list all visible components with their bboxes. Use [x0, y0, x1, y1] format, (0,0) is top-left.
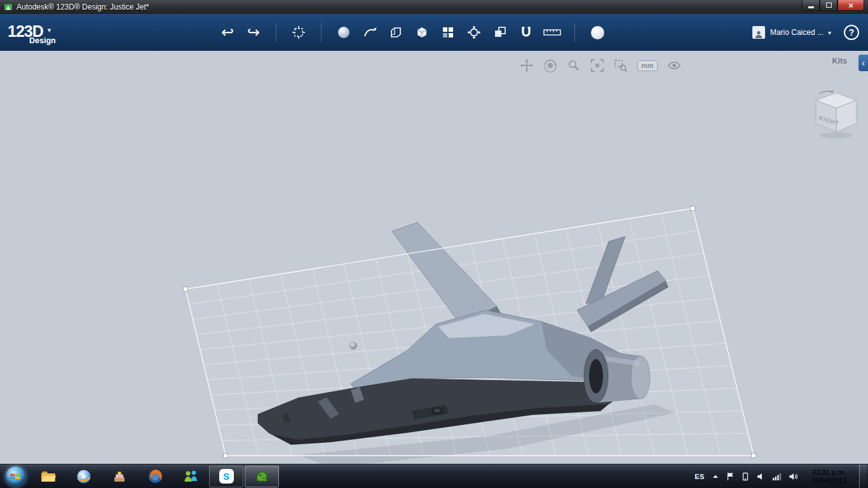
maximize-button[interactable]: [820, 0, 837, 11]
taskbar-app-messenger[interactable]: [173, 466, 208, 487]
wheel-hub: [434, 409, 441, 412]
viewport-canvas[interactable]: mm Kits ‹ RIGHT: [0, 51, 868, 464]
zoom-fit-button[interactable]: [590, 58, 604, 72]
clock-time: 03:31 p.m.: [811, 468, 846, 477]
transform-tool-button[interactable]: [287, 21, 310, 44]
primitives-tool-button[interactable]: [332, 21, 355, 44]
fit-view-icon: [590, 58, 604, 72]
material-ball-icon: [591, 26, 604, 39]
units-label: mm: [637, 60, 658, 71]
zoom-button[interactable]: [567, 58, 581, 72]
show-desktop-button[interactable]: [859, 464, 867, 488]
engine-nozzle: [589, 359, 603, 393]
selection-handle[interactable]: [184, 287, 188, 292]
snap-tool-button[interactable]: [515, 21, 538, 44]
user-menu-button[interactable]: Mario Caiced ... ▾: [770, 28, 831, 37]
help-button[interactable]: ?: [844, 25, 859, 40]
selection-handle[interactable]: [691, 207, 695, 211]
user-avatar: [752, 26, 765, 39]
measure-tool-button[interactable]: [541, 21, 564, 44]
start-button[interactable]: [0, 464, 31, 488]
kits-chevron-icon: ‹: [862, 58, 865, 68]
app-logo-subtitle: Design: [29, 36, 95, 45]
pan-button[interactable]: [520, 58, 534, 72]
firefox-icon: [147, 468, 163, 484]
units-button[interactable]: mm: [637, 60, 658, 71]
green-app-icon: [254, 469, 270, 484]
viewport-nav-toolbar: mm: [520, 58, 681, 72]
skype-icon: S: [219, 469, 234, 484]
system-tray: ES: [695, 464, 868, 488]
media-player-icon: [76, 469, 92, 484]
magnet-icon: [519, 25, 533, 39]
hidden-icons-button[interactable]: [712, 473, 719, 480]
chamfer-tool-button[interactable]: [384, 21, 407, 44]
close-button[interactable]: ×: [837, 0, 864, 11]
flag-icon: [726, 472, 735, 481]
pattern-tool-button[interactable]: [437, 21, 459, 44]
window-titlebar: Autodesk® 123D® Design: Justice Jet* ×: [0, 0, 868, 14]
chevron-up-icon: [712, 473, 719, 480]
chamfer-icon: [389, 25, 403, 39]
viewport-3d[interactable]: [0, 51, 868, 464]
volume-button[interactable]: [789, 472, 799, 481]
visibility-button[interactable]: [667, 58, 681, 72]
device-tray-button[interactable]: [742, 472, 749, 481]
windows-orb-icon: [6, 466, 25, 486]
circular-pattern-tool-button[interactable]: [463, 21, 485, 44]
rotate-arrowhead: [831, 90, 834, 93]
taskbar-clock[interactable]: 03:31 p.m. 16/04/2013: [806, 468, 852, 485]
user-name: Mario Caiced ...: [770, 28, 824, 37]
action-center-button[interactable]: [726, 472, 735, 481]
taskbar-app-skype[interactable]: S: [209, 466, 243, 487]
selection-handle[interactable]: [752, 454, 756, 458]
kits-panel-tab[interactable]: ‹: [858, 55, 868, 71]
person-icon: [754, 30, 763, 39]
orbit-icon: [543, 58, 557, 72]
audio-device-button[interactable]: [756, 472, 765, 481]
toolbar-separator: [574, 23, 575, 42]
zoom-window-icon: [614, 58, 628, 72]
taskbar-app-3[interactable]: [102, 466, 137, 487]
device-icon: [742, 472, 749, 481]
taskbar-app-active[interactable]: [245, 466, 279, 487]
minimize-icon: [808, 6, 814, 8]
window-icon: [4, 3, 13, 11]
logo-chevron-icon: ▾: [48, 26, 51, 34]
magnifier-icon: [567, 58, 581, 72]
zoom-window-button[interactable]: [614, 58, 628, 72]
user-menu-chevron-icon: ▾: [828, 29, 831, 36]
undo-button[interactable]: ↩: [216, 21, 239, 44]
windows-flag-icon: [10, 472, 21, 481]
pattern-grid-icon: [442, 26, 454, 39]
selection-handle[interactable]: [224, 454, 228, 458]
maximize-icon: [826, 3, 832, 8]
ruler-icon: [543, 27, 562, 38]
view-cube[interactable]: RIGHT: [811, 88, 862, 141]
sketch-tool-button[interactable]: [358, 21, 381, 44]
origin-gizmo[interactable]: [350, 342, 357, 349]
application-window: Autodesk® 123D® Design: Justice Jet* × 1…: [0, 0, 868, 488]
volume-icon: [789, 472, 799, 481]
taskbar-app-media-player[interactable]: [67, 466, 101, 487]
engine[interactable]: [584, 349, 650, 403]
minimize-button[interactable]: [802, 0, 820, 11]
box-tool-button[interactable]: [410, 21, 433, 44]
combine-icon: [493, 25, 507, 39]
sketch-spline-icon: [363, 25, 377, 39]
network-button[interactable]: [772, 472, 782, 481]
redo-button[interactable]: ↪: [242, 21, 265, 44]
pan-icon: [520, 58, 534, 72]
orbit-button[interactable]: [543, 58, 557, 72]
main-toolbar: ↩ ↪: [216, 21, 609, 44]
clock-date: 16/04/2013: [811, 477, 846, 485]
taskbar-app-firefox[interactable]: [138, 466, 172, 487]
taskbar-app-explorer[interactable]: [31, 466, 65, 487]
rotate-arrow-icon[interactable]: [820, 92, 831, 94]
undo-icon: ↩: [221, 25, 234, 40]
combine-tool-button[interactable]: [489, 21, 512, 44]
language-indicator[interactable]: ES: [695, 473, 705, 480]
app-logo-menu[interactable]: 123D▾ Design: [0, 20, 95, 45]
toolbar-separator: [321, 23, 322, 42]
material-tool-button[interactable]: [586, 21, 609, 44]
